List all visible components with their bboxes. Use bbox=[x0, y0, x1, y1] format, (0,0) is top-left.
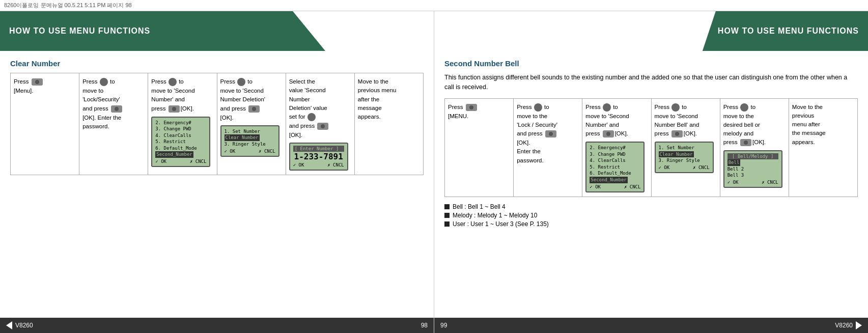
nav-icon-4 bbox=[307, 113, 316, 121]
left-page-content: Clear Number Press [Menu]. Press to move… bbox=[0, 51, 434, 318]
bullet-list: Bell : Bell 1 ~ Bell 4 Melody : Melody 1… bbox=[444, 203, 858, 228]
r-lcd-screen-1: 2. Emergency# 3. Change PWD 4. ClearCall… bbox=[585, 142, 645, 192]
bullet-icon-3 bbox=[444, 221, 450, 227]
right-page-content: Second Number Bell This function assigns… bbox=[434, 51, 868, 318]
right-page-header: HOW TO USE MENU FUNCTIONS bbox=[703, 11, 868, 51]
step-2: Press to move to 'Lock/Security' and pre… bbox=[79, 73, 148, 175]
lcd-screen-2: 1. Set Number Clear Number 3. Ringer Sty… bbox=[220, 125, 279, 157]
bullet-text-1: Bell : Bell 1 ~ Bell 4 bbox=[453, 203, 506, 210]
r-ok-icon-2 bbox=[603, 130, 614, 137]
left-footer-brand: V8260 bbox=[15, 322, 33, 329]
lcd-screen-1: 2. Emergency# 3. Change PWD 4. ClearCall… bbox=[151, 117, 210, 168]
step-3: Press to move to 'Second Number' and pre… bbox=[148, 73, 217, 175]
clear-number-steps-table: Press [Menu]. Press to move to 'Lock/Sec… bbox=[10, 73, 424, 175]
bullet-text-3: User : User 1 ~ User 3 (See P. 135) bbox=[453, 220, 549, 228]
right-footer-right: V8260 bbox=[835, 321, 862, 329]
ok-btn-4 bbox=[317, 123, 328, 130]
r-step-1: Press [MENU. bbox=[445, 99, 514, 197]
ok-button-icon-2 bbox=[169, 105, 180, 113]
nav-button-icon bbox=[100, 78, 108, 86]
r-nav-icon-4 bbox=[740, 103, 748, 112]
r-menu-button-icon bbox=[466, 104, 477, 111]
bullet-icon-1 bbox=[444, 204, 450, 209]
top-bar-text: 8260이폴로잉 문메뉴얼 00.5.21 5:11 PM 페이지 98 bbox=[4, 2, 132, 9]
r-nav-icon-2 bbox=[603, 103, 611, 112]
r-lcd-screen-2: 1. Set Number Clear Number 3. Ringer Sty… bbox=[655, 142, 714, 173]
nav-button-icon-2 bbox=[169, 78, 177, 86]
menu-button-icon bbox=[32, 78, 43, 86]
r-ok-icon-3 bbox=[671, 130, 683, 137]
r-nav-icon-3 bbox=[671, 103, 680, 112]
right-page: HOW TO USE MENU FUNCTIONS Second Number … bbox=[434, 11, 868, 333]
right-header-title: HOW TO USE MENU FUNCTIONS bbox=[718, 26, 859, 36]
right-footer-pagenum: 99 bbox=[440, 322, 447, 329]
ok-button-icon bbox=[111, 105, 122, 113]
top-bar: 8260이폴로잉 문메뉴얼 00.5.21 5:11 PM 페이지 98 bbox=[0, 0, 868, 11]
footer-triangle-right bbox=[856, 321, 862, 329]
right-section-title: Second Number Bell bbox=[444, 59, 858, 68]
bullet-item-1: Bell : Bell 1 ~ Bell 4 bbox=[444, 203, 858, 210]
left-footer-left: V8260 bbox=[6, 321, 33, 329]
r-ok-icon-4 bbox=[740, 139, 751, 146]
left-section-title: Clear Number bbox=[10, 59, 424, 68]
r-step-3: Press to move to 'Second Number' and pre… bbox=[582, 99, 651, 197]
left-footer-pagenum: 98 bbox=[421, 322, 428, 329]
right-page-footer: 99 V8260 bbox=[434, 318, 868, 333]
lcd-screen-3: [ Enter Number ] 1-233-7891 ✓ OK✗ CNCL bbox=[289, 143, 348, 171]
r-ok-icon-1 bbox=[545, 130, 556, 137]
r-step-2: Press to move to the 'Lock / Security' a… bbox=[514, 99, 582, 197]
r-lcd-screen-3: [ Bell/Melody ] Bell Bell 2 Bell 3 ✓ OK✗… bbox=[723, 150, 782, 188]
nav-button-icon-3 bbox=[237, 78, 245, 86]
footer-triangle-left bbox=[6, 321, 12, 329]
r-nav-icon-1 bbox=[534, 103, 542, 112]
ok-button-icon-3 bbox=[248, 105, 260, 113]
step-6: Move to the previous menu after the mess… bbox=[355, 73, 423, 175]
r-step-5: Press to move to the desired bell or mel… bbox=[720, 99, 789, 197]
r-step-6: Move to the previous menu after the mess… bbox=[789, 99, 857, 197]
r-step-4: Press to move to 'Second Number Bell' an… bbox=[652, 99, 720, 197]
bullet-icon-2 bbox=[444, 213, 450, 218]
step-1: Press [Menu]. bbox=[11, 73, 79, 175]
step-5: Select the value 'Second Number Deletion… bbox=[286, 73, 355, 175]
right-description: This function assigns different bell sou… bbox=[444, 73, 858, 92]
bullet-item-2: Melody : Melody 1 ~ Melody 10 bbox=[444, 212, 858, 219]
bullet-text-2: Melody : Melody 1 ~ Melody 10 bbox=[453, 212, 537, 219]
left-page: HOW TO USE MENU FUNCTIONS Clear Number P… bbox=[0, 11, 434, 333]
bullet-item-3: User : User 1 ~ User 3 (See P. 135) bbox=[444, 220, 858, 228]
pages-container: HOW TO USE MENU FUNCTIONS Clear Number P… bbox=[0, 11, 868, 333]
left-header-title: HOW TO USE MENU FUNCTIONS bbox=[9, 26, 150, 36]
left-page-header: HOW TO USE MENU FUNCTIONS bbox=[0, 11, 325, 51]
right-footer-brand: V8260 bbox=[835, 322, 853, 329]
left-page-footer: V8260 98 bbox=[0, 318, 434, 333]
step-4: Press to move to 'Second Number Deletion… bbox=[217, 73, 286, 175]
second-number-bell-steps-table: Press [MENU. Press to move to the 'Lock … bbox=[444, 98, 858, 197]
